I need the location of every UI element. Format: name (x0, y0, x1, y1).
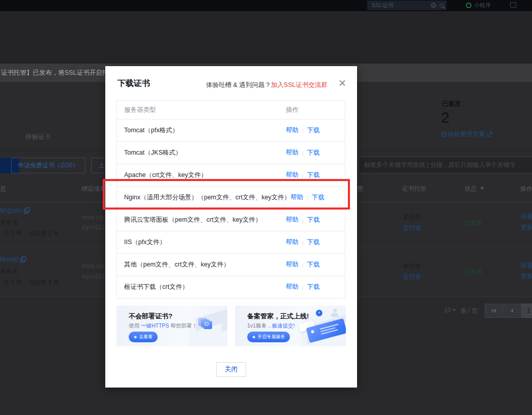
cert-validity: ：共 1 年，当前第 1 年 (0, 229, 60, 238)
cert-name: 未命名 (0, 218, 18, 227)
auto-manage-link[interactable]: 自动化管理方案 (441, 130, 492, 139)
apply-free-cert-button[interactable]: 申请免费证书（2/20） (11, 158, 85, 173)
download-link[interactable]: 下载 (307, 283, 320, 291)
close-button[interactable]: 关闭 (216, 362, 246, 377)
prev-page-icon (511, 309, 513, 313)
server-type-label: Tomcat（pfx格式） (117, 126, 286, 135)
copy-icon[interactable] (24, 208, 29, 213)
search-value: SSL证书 (372, 2, 431, 9)
help-link[interactable]: 帮助 (290, 193, 303, 202)
server-type-label: IIS（pfx文件） (117, 238, 286, 247)
copy-icon[interactable] (20, 256, 25, 262)
deploy-link[interactable]: 部署 (521, 261, 532, 270)
open-service-button[interactable]: ◈开启专属服务 (247, 332, 290, 342)
divider: | (302, 240, 304, 246)
promo-card-icp-butler[interactable]: + 备案管家，正式上线! 1v1服务，极速提交! ◈开启专属服务 (235, 306, 346, 346)
hosting-state: 未托管 (403, 262, 421, 271)
compass-icon: ◈ (134, 335, 137, 339)
download-link[interactable]: 下载 (307, 216, 320, 224)
console-icon[interactable] (510, 2, 516, 8)
table-row-tomcat-jks: Tomcat（JKS格式） 帮助|下载 (117, 141, 345, 164)
help-link[interactable]: 帮助 (286, 126, 299, 135)
table-row-bt-panel: 腾讯云宝塔面板（pem文件、crt文件、key文件） 帮助|下载 (117, 209, 345, 231)
download-link[interactable]: 下载 (307, 149, 320, 157)
server-type-table: 服务器类型 操作 Tomcat（pfx格式） 帮助|下载 Tomcat（JKS格… (116, 100, 345, 299)
download-link[interactable]: 下载 (312, 193, 324, 202)
tag-filter-input[interactable]: 标签多个关键字用竖线 | 分隔，其它只能输入单个关键字 (359, 157, 532, 173)
domain-line: xiyouji123 (81, 273, 108, 280)
mini-program-icon (466, 3, 471, 8)
promo-card-one-click-https[interactable]: 不会部署证书? 使用 一键HTTPS 帮您部署！ ◈去看看 (116, 306, 227, 346)
help-link[interactable]: 帮助 (286, 171, 299, 180)
download-link[interactable]: 下载 (307, 260, 320, 269)
console-search-input[interactable]: SSL证书 (367, 1, 447, 10)
chevron-down-icon (453, 309, 456, 311)
server-type-label: 其他（pem文件、crt文件、key文件） (117, 260, 286, 269)
status-badge: 已签发 (464, 219, 483, 227)
page-background-upper (0, 11, 532, 64)
prev-page-button[interactable] (503, 304, 521, 318)
first-page-button[interactable] (485, 304, 503, 318)
table-row-apache: Apache（crt文件、key文件） 帮助|下载 (117, 164, 345, 186)
close-icon[interactable]: ✕ (338, 78, 346, 88)
per-page-select[interactable]: 10 (444, 307, 456, 314)
status-filter-icon[interactable] (480, 187, 484, 190)
search-icon[interactable] (439, 4, 444, 8)
promo-desc: 使用 一键HTTPS 帮您部署！ (129, 322, 197, 330)
divider: | (302, 128, 304, 134)
help-link[interactable]: 帮助 (286, 216, 299, 224)
server-type-label: 腾讯云宝塔面板（pem文件、crt文件、key文件） (117, 216, 286, 224)
download-link[interactable]: 下载 (307, 171, 320, 180)
status-badge: 已签发 (464, 268, 483, 276)
col-bound-domain: 绑定域名 (81, 185, 106, 193)
cert-id-link[interactable]: Mnxa0 (0, 256, 25, 263)
mini-program-entry[interactable]: 小程序 (466, 2, 491, 9)
table-row-other: 其他（pem文件、crt文件、key文件） 帮助|下载 (117, 253, 345, 276)
deploy-link[interactable]: 部署 (521, 213, 532, 221)
server-type-label: Nginx（适用大部分场景）（pem文件、crt文件、key文件） (117, 193, 290, 202)
promo-desc: 1v1服务，极速提交! (247, 322, 294, 330)
go-hosting-link[interactable]: 去托管 (403, 273, 421, 281)
divider: | (302, 217, 304, 223)
clear-icon[interactable] (431, 3, 436, 8)
col-status: 状态 (464, 185, 477, 193)
more-link[interactable]: 更多 (521, 272, 532, 281)
cert-id-link[interactable]: 9Ag1eU (0, 207, 29, 214)
table-header-row: 服务器类型 操作 (117, 101, 345, 119)
current-page-input[interactable]: 1 (521, 304, 532, 318)
go-see-button[interactable]: ◈去看看 (129, 332, 158, 342)
help-link[interactable]: 帮助 (286, 149, 299, 157)
help-link[interactable]: 帮助 (286, 238, 299, 247)
help-link[interactable]: 帮助 (286, 260, 299, 269)
download-link[interactable]: 下载 (307, 238, 320, 247)
server-type-label: 根证书下载（crt文件） (117, 283, 286, 291)
go-hosting-link[interactable]: 去托管 (403, 224, 421, 232)
server-type-label: Apache（crt文件、key文件） (117, 171, 286, 180)
plus-badge-icon: + (316, 310, 322, 316)
help-link[interactable]: 帮助 (286, 283, 299, 291)
col-info-fragment: 息 (0, 185, 6, 193)
join-group-link[interactable]: 加入SSL证书交流群 (271, 81, 328, 88)
server-type-label: Tomcat（JKS格式） (117, 149, 286, 157)
person-icon (331, 309, 340, 317)
hosting-state: 未托管 (403, 213, 421, 222)
cert-validity: ：共 1 年，当前第 1 年 (0, 278, 60, 287)
top-nav-bar: SSL证书 小程序 (0, 0, 532, 11)
first-page-icon (492, 309, 493, 313)
tab-pending-verify[interactable]: 待验证 0 (25, 133, 50, 141)
promo-title: 备案管家，正式上线! (247, 312, 309, 321)
divider: | (302, 284, 304, 290)
col-action: 操作 (520, 185, 532, 193)
more-link[interactable]: 更多 (521, 223, 532, 232)
compass-icon: ◈ (252, 335, 255, 339)
issued-label: 已签发 (442, 100, 461, 108)
mini-program-label: 小程序 (474, 2, 491, 9)
external-link-icon (487, 132, 492, 137)
col-server-type: 服务器类型 (117, 106, 286, 114)
divider: | (302, 172, 304, 179)
domain-line: www.xiyo (81, 262, 107, 270)
table-row-iis: IIS（pfx文件） 帮助|下载 (117, 231, 345, 253)
feedback-text: 体验吐槽 & 遇到问题？加入SSL证书交流群 (206, 81, 328, 90)
download-cert-modal: 下载证书 体验吐槽 & 遇到问题？加入SSL证书交流群 ✕ 服务器类型 操作 T… (105, 66, 357, 388)
download-link[interactable]: 下载 (307, 126, 320, 135)
